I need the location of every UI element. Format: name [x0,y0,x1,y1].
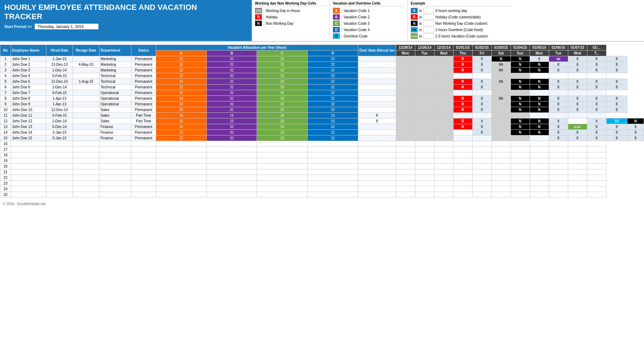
start-period-label: Start Period >> [4,24,32,29]
table-cell: Permanent [131,62,156,68]
day-cell: 8 [530,56,549,62]
date-header-3: 12/31/14 [434,45,453,51]
table-cell: 8 [0,96,11,101]
table-cell: 12 [0,118,11,124]
day-cell: 8 [606,124,627,130]
overtime-alloc-cell [358,130,396,135]
col-header-name: Employee Name [11,45,46,56]
table-cell: Operational [99,90,131,96]
table-cell: Marketing [99,68,131,73]
date-header-9: 01/06/15 [549,45,568,51]
alloc-cell: 32 [206,68,257,73]
legend-example: Example 8 in 8 hours working day R in Ho… [408,0,514,41]
alloc-cell: 32 [156,135,207,141]
alloc-cell: 32 [257,135,308,141]
day-cell: N [530,124,549,130]
day-cell: R [453,101,472,107]
table-cell: 12-Dec-13 [46,62,73,68]
table-cell: John Doe 1 [11,56,46,62]
alloc-cell: 16 [308,113,358,118]
table-cell: 2 [0,62,11,68]
date-header-7: 01/04/15 [511,45,530,51]
day-cell: 8 [627,130,644,135]
day-cell: 8 [568,85,587,90]
day-cell [415,101,434,107]
day-cell: N [511,130,530,135]
example-row-4: 2O in 2 hours Overtime (Code fixed) [411,27,511,33]
table-cell [73,130,99,135]
table-row: 15John Doe 155-Jan-15FinancePermanent323… [0,135,644,141]
day-cell [396,107,415,113]
table-cell: Permanent [131,124,156,130]
overtime-alloc-cell [358,62,396,68]
day-header-2: Tue [415,51,434,56]
day-cell: N [511,56,530,62]
alloc-cell: 32 [206,130,257,135]
alloc-cell: 32 [308,107,358,113]
alloc-header-c: C [257,51,308,56]
day-cell [568,90,587,96]
alloc-cell: 32 [257,130,308,135]
table-cell: Technical [99,79,131,85]
legend-n-colon: : [263,22,264,25]
table-cell: Permanent [131,56,156,62]
day-cell [530,90,549,96]
day-cell [415,96,434,101]
day-cell: 8 [606,56,627,62]
day-cell [472,73,491,79]
alloc-cell: 32 [257,56,308,62]
legend-r-desc: Holiday [266,15,278,19]
day-header-7: Sun [511,51,530,56]
date-header-11: 01/... [587,45,606,51]
day-cell [549,90,568,96]
alloc-cell: 16 [206,113,257,118]
overtime-alloc-cell: 8 [358,113,396,118]
day-cell: 8 [587,79,606,85]
day-cell: R [453,62,472,68]
day-cell: 8 [587,85,606,90]
day-cell [434,62,453,68]
example-spacer-2 [423,14,434,20]
day-cell: 8 [606,96,627,101]
alloc-cell: 32 [308,79,358,85]
table-row: 1John Doe 11-Jan-15MarketingPermanent323… [0,56,644,62]
day-cell [472,90,491,96]
alloc-header-d: D [308,51,358,56]
day-cell: 8 [549,62,568,68]
table-cell [73,135,99,141]
example-row-3: N in Non Working Day (Code customi: [411,21,511,26]
table-cell: Part Time [131,118,156,124]
alloc-cell: 32 [156,96,207,101]
day-cell: N [627,118,644,124]
example-spacer-4 [423,27,434,33]
day-cell [568,73,587,79]
col-header-no: No [0,45,11,56]
table-cell [73,68,99,73]
day-cell: 8 [587,130,606,135]
alloc-cell: 32 [257,90,308,96]
alloc-cell: 32 [257,68,308,73]
day-cell [434,73,453,79]
table-cell: John Doe 15 [11,135,46,141]
table-body: 1John Doe 11-Jan-15MarketingPermanent323… [0,56,644,198]
table-cell: 1-Aug-15 [73,79,99,85]
overtime-alloc-cell [358,96,396,101]
day-cell: 8 [472,79,491,85]
legend-vacation: Vacation and Overtime Cells A : Vacation… [330,0,408,41]
legend-n-cell: N [255,21,262,26]
table-cell: Permanent [131,101,156,107]
table-cell: 2-Jan-15 [46,130,73,135]
alloc-cell: 16 [206,118,257,124]
day-cell: N [511,85,530,90]
alloc-cell: 32 [308,130,358,135]
day-cell [434,96,453,101]
day-cell [511,90,530,96]
start-period-value[interactable]: Thursday, January 1, 2015 [35,24,98,29]
alloc-cell: 32 [206,73,257,79]
alloc-cell: 16 [156,113,207,118]
alloc-cell: 32 [257,85,308,90]
alloc-cell: 32 [308,68,358,73]
day-cell [491,107,511,113]
day-cell [530,113,549,118]
alloc-cell: 32 [156,79,207,85]
